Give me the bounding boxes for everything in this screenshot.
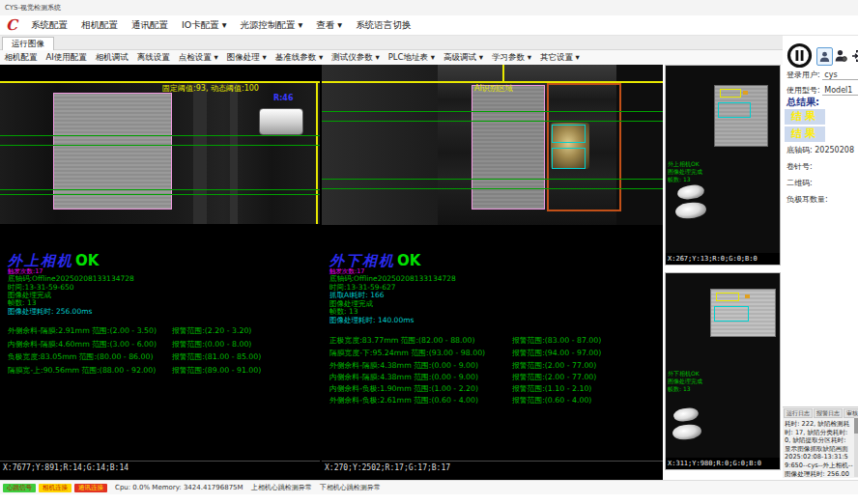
alarm-range-text: 报警范围:(2.20 - 3.20) bbox=[172, 325, 251, 336]
camera-image-upper[interactable]: 固定阈值:93, 动态阈值:100 R:46 bbox=[0, 81, 320, 224]
qr-row: 二维码: bbox=[786, 178, 813, 188]
roi-overlay-label: R:46 bbox=[273, 94, 294, 102]
measurement-row: 隔膜宽-上:90.56mm 范围:(88.00 - 92.00) 报警范围:(8… bbox=[8, 365, 327, 376]
tab-count-label: 负极耳数量: bbox=[786, 195, 828, 204]
measurement-text: 外侧余料-隔膜:2.91mm 范围:(2.00 - 3.50) bbox=[8, 326, 157, 335]
measurement-row: 外侧余料-隔膜:4.38mm 范围:(0.00 - 9.00) 报警范围:(2.… bbox=[329, 360, 648, 371]
serial-value: 20250208 bbox=[815, 146, 854, 154]
upper-camera-warning: 上相机心跳检测异常 bbox=[251, 483, 312, 492]
logout-button[interactable] bbox=[851, 47, 858, 64]
measurement-row: 正极宽度:83.77mm 范围:(82.00 - 88.00) 报警范围:(83… bbox=[329, 335, 648, 346]
measurement-row: 隔膜宽度-下:95.24mm 范围:(93.00 - 98.00) 报警范围:(… bbox=[329, 348, 648, 358]
app-window: CYS-视觉检测系统 C 系统配置 相机配置 通讯配置 IO卡配置 ▾ 光源控制… bbox=[0, 0, 858, 504]
toolbar: 相机配置 AI使用配置 相机调试 离线设置 点检设置 ▾ 图像处理 ▾ 基准线参… bbox=[0, 50, 783, 66]
log-tabs: 运行日志 报警日志 审核日志 bbox=[783, 407, 858, 418]
pixel-coordinates-bar: X:270;Y:2502;R:17;G:17;B:17 bbox=[322, 461, 663, 474]
yellow-guide-line bbox=[502, 65, 504, 81]
pin-row: 卷针号: bbox=[786, 161, 813, 172]
qr-label: 二维码: bbox=[786, 179, 813, 187]
user-login-button[interactable] bbox=[816, 47, 833, 66]
toolbar-ai-usage-config[interactable]: AI使用配置 bbox=[42, 52, 91, 64]
tab-strip: 运行图像 bbox=[0, 36, 783, 50]
measurement-text: 内侧余料-隔膜:4.38mm 范围:(0.00 - 9.00) bbox=[329, 373, 478, 381]
thumbnail-coordinates-bar: X:311;Y:980;R:0;G:0;B:0 bbox=[666, 458, 780, 469]
menu-item-io-config[interactable]: IO卡配置 ▾ bbox=[175, 17, 234, 33]
green-measure-line bbox=[322, 111, 663, 112]
measurement-text: 隔膜宽度-下:95.24mm 范围:(93.00 - 98.00) bbox=[329, 349, 485, 357]
login-user-value[interactable]: cys bbox=[822, 70, 858, 80]
alarm-range-text: 报警范围:(81.00 - 85.00) bbox=[172, 351, 261, 362]
threshold-overlay-label: 固定阈值:93, 动态阈值:100 bbox=[162, 83, 259, 94]
toolbar-image-processing[interactable]: 图像处理 ▾ bbox=[222, 52, 271, 64]
measurement-text: 隔膜宽-上:90.56mm 范围:(88.00 - 92.00) bbox=[8, 366, 156, 375]
process-time-label: 图像处理耗时: 256.00ms bbox=[8, 307, 92, 317]
alarm-range-text: 报警范围:(2.00 - 77.00) bbox=[512, 372, 596, 382]
total-result-label: 总结果: bbox=[786, 96, 819, 109]
log-text: 耗时: 222, 缺陷检测耗时: 17, 缺陷分类耗时: 0, 缺陷提取分区耗时… bbox=[783, 418, 858, 478]
camera-image-lower[interactable]: AI识别区域 bbox=[322, 65, 663, 225]
menu-item-comm-config[interactable]: 通讯配置 bbox=[125, 17, 175, 33]
toolbar-camera-config[interactable]: 相机配置 bbox=[0, 52, 42, 64]
window-title: CYS-视觉检测系统 bbox=[5, 4, 61, 12]
menu-item-camera-config[interactable]: 相机配置 bbox=[74, 17, 125, 33]
main-viewport: 固定阈值:93, 动态阈值:100 R:46 外上相机OK 触发次数:17 底轴… bbox=[0, 65, 783, 480]
separator-film-region bbox=[53, 93, 172, 210]
thumbnail-upper-image[interactable]: 外上相机OK 图像处理完成 帧数: 13 bbox=[666, 66, 780, 253]
measurement-text: 内侧余料-隔膜:4.60mm 范围:(3.00 - 6.00) bbox=[8, 340, 157, 349]
log-scrollbar[interactable] bbox=[854, 417, 858, 477]
menu-item-language-switch[interactable]: 系统语言切换 bbox=[349, 17, 417, 33]
ai-region-label: AI识别区域 bbox=[474, 83, 513, 94]
thumbnail-lower[interactable]: 外下相机OK 图像处理完成 帧数: 13 X:311;Y:980;R:0;G:0… bbox=[665, 272, 781, 470]
thumbnail-cyan-mark bbox=[718, 102, 751, 118]
camera-panel-upper[interactable]: 固定阈值:93, 动态阈值:100 R:46 外上相机OK 触发次数:17 底轴… bbox=[0, 65, 320, 480]
thumbnail-cyan-mark bbox=[714, 306, 749, 322]
machine-column bbox=[230, 81, 238, 224]
model-value[interactable]: Model1 bbox=[822, 86, 858, 96]
toolbar-plc-address-table[interactable]: PLC地址表 ▾ bbox=[384, 52, 439, 64]
machine-column bbox=[322, 65, 438, 225]
menu-item-light-config[interactable]: 光源控制配置 ▾ bbox=[234, 17, 310, 33]
thumbnail-upper[interactable]: 外上相机OK 图像处理完成 帧数: 13 X:267;Y:13;R:0;G:0;… bbox=[665, 65, 781, 266]
measurement-text: 正极宽度:83.77mm 范围:(82.00 - 88.00) bbox=[329, 336, 475, 345]
tab-blob-highlight bbox=[672, 406, 700, 422]
result-ok-label: OK bbox=[397, 252, 420, 269]
tab-detect-box bbox=[552, 125, 586, 143]
user-icon bbox=[819, 51, 830, 63]
menu-item-system-config[interactable]: 系统配置 bbox=[24, 17, 74, 33]
toolbar-other-settings[interactable]: 其它设置 ▾ bbox=[535, 52, 584, 64]
thumbnail-lower-image[interactable]: 外下相机OK 图像处理完成 帧数: 13 bbox=[666, 273, 780, 458]
result-ok-label: OK bbox=[75, 252, 99, 269]
cpu-memory-status: Cpu: 0.0% Memory: 3424.41796875M bbox=[115, 484, 243, 491]
window-titlebar[interactable]: CYS-视觉检测系统 bbox=[0, 0, 858, 15]
serial-label: 底轴码: bbox=[786, 146, 813, 154]
toolbar-tester-params[interactable]: 测试仪参数 ▾ bbox=[328, 52, 384, 64]
menu-item-view[interactable]: 查看 ▾ bbox=[309, 17, 349, 33]
camera-panel-lower[interactable]: AI识别区域 外下相机OK 触发次数:17 底轴码:Offline2025020… bbox=[322, 65, 663, 480]
pause-icon bbox=[786, 42, 813, 69]
tab-run-image[interactable]: 运行图像 bbox=[2, 37, 54, 50]
toolbar-learning-params[interactable]: 学习参数 ▾ bbox=[487, 52, 535, 64]
log-tab-alarm[interactable]: 报警日志 bbox=[814, 408, 843, 418]
alarm-range-text: 报警范围:(83.00 - 87.00) bbox=[512, 335, 601, 346]
run-pause-button[interactable] bbox=[786, 42, 813, 69]
user-settings-button[interactable] bbox=[834, 47, 848, 64]
login-user-label: 登录用户: bbox=[786, 70, 820, 79]
toolbar-spot-check[interactable]: 点检设置 ▾ bbox=[174, 52, 222, 64]
lower-camera-warning: 下相机心跳检测异常 bbox=[320, 483, 381, 492]
measurement-text: 负极宽度:83.05mm 范围:(80.00 - 86.00) bbox=[8, 352, 154, 361]
log-panel[interactable]: 运行日志 报警日志 审核日志 耗时: 222, 缺陷检测耗时: 17, 缺陷分类… bbox=[783, 406, 858, 478]
log-scrollbar-thumb[interactable] bbox=[854, 418, 858, 434]
heartbeat-status-badge: 心跳信号 bbox=[3, 484, 36, 492]
log-tab-run[interactable]: 运行日志 bbox=[784, 408, 813, 418]
toolbar-baseline-params[interactable]: 基准线参数 ▾ bbox=[271, 52, 327, 64]
toolbar-offline-settings[interactable]: 离线设置 bbox=[132, 52, 174, 64]
green-measure-line bbox=[0, 135, 320, 136]
tab-blob-highlight bbox=[674, 201, 706, 219]
thumbnail-orange-dot bbox=[745, 294, 750, 298]
toolbar-camera-debug[interactable]: 相机调试 bbox=[91, 52, 132, 64]
toolbar-advanced-debug[interactable]: 高级调试 ▾ bbox=[439, 52, 487, 64]
measurement-row: 外侧余料-负极:2.61mm 范围:(0.60 - 4.00) 报警范围:(0.… bbox=[329, 395, 648, 406]
status-bar: 心跳信号 相机连接 通讯连接 Cpu: 0.0% Memory: 3424.41… bbox=[0, 480, 858, 494]
logout-door-icon bbox=[851, 49, 858, 63]
tab-count-row: 负极耳数量: bbox=[786, 194, 828, 205]
